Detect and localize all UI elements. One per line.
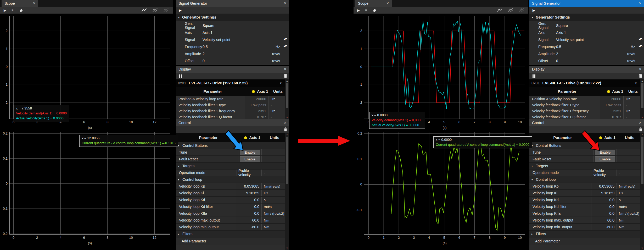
play-icon[interactable]: ▶ — [4, 8, 6, 12]
scrollbar-thumb[interactable] — [286, 137, 288, 184]
trash-icon[interactable] — [639, 127, 642, 133]
add-parameter-row[interactable]: Add Parameter — [529, 237, 640, 245]
play-icon[interactable]: ▶ — [179, 8, 182, 12]
control-scrollbar[interactable]: ▲ ▼ — [285, 133, 289, 250]
chevron-down-icon[interactable]: ▾ — [280, 81, 283, 85]
parameter-value[interactable]: 0.053085 — [591, 183, 617, 189]
eraser-icon[interactable] — [372, 8, 377, 12]
close-icon[interactable]: × — [284, 120, 286, 125]
close-icon[interactable]: × — [387, 2, 389, 5]
close-icon[interactable]: × — [639, 1, 641, 6]
pause-icon[interactable] — [179, 74, 182, 78]
undo-icon[interactable]: ↶ — [280, 45, 287, 49]
control-scrollbar[interactable]: ▲ ▼ — [640, 133, 644, 250]
section-row-targets[interactable]: ▾Targets — [176, 163, 285, 170]
scroll-down-icon[interactable]: ▼ — [286, 116, 288, 119]
undo-icon[interactable]: ↶ — [635, 38, 642, 42]
pause-icon[interactable] — [533, 74, 535, 78]
field-value[interactable]: 0 — [556, 59, 623, 63]
parameter-value[interactable]: -60.0 — [591, 224, 617, 230]
display-titlebar[interactable]: Display × — [529, 66, 644, 73]
play-icon[interactable]: ▶ — [533, 8, 535, 12]
trash-icon[interactable] — [284, 74, 287, 79]
parameter-value[interactable]: 0.0 — [591, 210, 617, 217]
scrollbar-thumb[interactable] — [641, 83, 643, 108]
eraser-icon[interactable] — [19, 8, 23, 12]
parameter-value[interactable]: -60.0 — [236, 224, 262, 230]
scroll-up-icon[interactable]: ▲ — [286, 79, 288, 82]
scroll-up-icon[interactable]: ▲ — [641, 133, 643, 136]
device-selector[interactable]: 0x01 EVE-NET-C - Drive (192.168.2.22) ▾ — [529, 79, 640, 87]
parameter-value[interactable]: 60.0 — [591, 217, 617, 223]
parameter-value[interactable]: 0.0 — [236, 204, 262, 210]
close-icon[interactable]: × — [639, 120, 641, 125]
close-icon[interactable]: × — [639, 67, 641, 72]
field-value[interactable]: 2 — [556, 52, 623, 56]
display-titlebar[interactable]: Display × — [176, 66, 289, 73]
parameter-value[interactable]: 9.16159 — [591, 190, 617, 196]
single-trace-icon[interactable] — [497, 8, 503, 12]
section-row-filters[interactable]: ▸Filters — [176, 231, 285, 237]
scroll-down-icon[interactable]: ▼ — [286, 247, 288, 250]
parameter-value[interactable]: 0.0 — [591, 197, 617, 203]
tab-scope[interactable]: Scope × — [2, 0, 38, 7]
control-titlebar[interactable]: Control × — [176, 119, 289, 126]
scrollbar-thumb[interactable] — [641, 137, 643, 184]
field-value[interactable]: Axis 1 — [203, 31, 268, 35]
signal-generator-titlebar[interactable]: Signal Generator × — [176, 0, 289, 7]
parameter-value[interactable]: 0.053085 — [236, 183, 262, 189]
close-icon[interactable]: × — [33, 2, 35, 5]
undo-icon[interactable]: ↶ — [280, 38, 287, 42]
parameter-value[interactable]: Profile velocity — [237, 170, 262, 176]
control-titlebar[interactable]: Control × — [529, 119, 644, 126]
chevron-down-icon[interactable]: ▾ — [635, 81, 638, 85]
device-selector[interactable]: 0x01 EVE-NET-C - Drive (192.168.2.22) ▾ — [176, 79, 285, 87]
field-value[interactable]: Velocity set-point — [203, 38, 268, 42]
scroll-down-icon[interactable]: ▼ — [641, 116, 643, 119]
undo-icon[interactable]: ↶ — [635, 45, 642, 49]
field-value[interactable]: 0.5 — [556, 45, 623, 49]
signal-generator-titlebar[interactable]: Signal Generator × — [529, 0, 644, 7]
multi-trace-icon[interactable] — [152, 8, 158, 12]
display-scrollbar[interactable]: ▲ ▼ — [640, 79, 644, 119]
generator-settings-section[interactable]: ▾ Generator Settings — [529, 14, 644, 21]
trash-icon[interactable] — [284, 127, 287, 133]
field-value[interactable]: 2 — [203, 52, 268, 56]
close-icon[interactable]: × — [284, 1, 286, 6]
multi-trace-icon[interactable] — [508, 8, 514, 12]
scroll-up-icon[interactable]: ▲ — [286, 133, 288, 136]
display-scrollbar[interactable]: ▲ ▼ — [285, 79, 289, 119]
scroll-up-icon[interactable]: ▲ — [641, 79, 643, 82]
field-value[interactable]: Square — [203, 24, 268, 28]
split-trace-icon[interactable] — [519, 8, 525, 12]
single-trace-icon[interactable] — [141, 8, 147, 12]
split-trace-icon[interactable] — [163, 8, 169, 12]
field-value[interactable]: Axis 1 — [556, 31, 623, 35]
section-row-targets[interactable]: ▾Targets — [529, 163, 640, 170]
trash-icon[interactable] — [639, 74, 642, 79]
parameter-value[interactable]: 60.0 — [236, 217, 262, 223]
field-value[interactable]: 0 — [203, 59, 268, 63]
play-icon[interactable]: ▶ — [357, 8, 360, 12]
parameter-value[interactable]: Profile velocity — [592, 170, 617, 176]
stop-icon[interactable]: ■ — [12, 8, 13, 12]
tab-scope[interactable]: Scope × — [355, 0, 392, 7]
parameter-value[interactable]: 9.16159 — [236, 190, 262, 196]
fault-reset-enable-button[interactable]: Enable — [240, 156, 260, 162]
fault-reset-enable-button[interactable]: Enable — [595, 156, 615, 162]
field-value[interactable]: 0.5 — [203, 45, 268, 49]
field-value[interactable]: Velocity set-point — [556, 38, 623, 42]
section-row-control-loop[interactable]: ▾Control loop — [529, 176, 640, 183]
parameter-value[interactable]: 0.0 — [236, 210, 262, 217]
stop-icon[interactable]: ■ — [365, 8, 367, 12]
parameter-value[interactable]: 0.0 — [591, 204, 617, 210]
section-row-filters[interactable]: ▸Filters — [529, 231, 640, 237]
close-icon[interactable]: × — [284, 67, 286, 72]
section-row-control-loop[interactable]: ▾Control loop — [176, 176, 285, 183]
scrollbar-thumb[interactable] — [286, 83, 288, 108]
scope-plot-current[interactable]: 024681012-0.2-0.100.10.2(s) — [0, 130, 173, 250]
parameter-value[interactable]: 0.0 — [236, 197, 262, 203]
scroll-down-icon[interactable]: ▼ — [641, 247, 643, 250]
add-parameter-row[interactable]: Add Parameter — [176, 237, 285, 245]
generator-settings-section[interactable]: ▾ Generator Settings — [176, 14, 289, 21]
